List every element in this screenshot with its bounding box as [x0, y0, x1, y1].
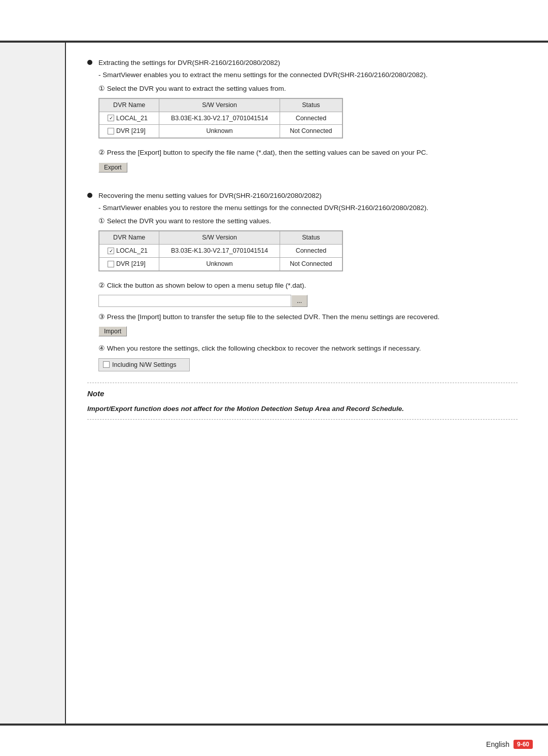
bullet-row-2: Recovering the menu setting values for D… [87, 191, 518, 201]
td-name-2-2: DVR [219] [99, 257, 159, 270]
note-divider-top [87, 383, 518, 383]
bullet-row-1: Extracting the settings for DVR(SHR-2160… [87, 58, 518, 68]
sub-text-2: - SmartViewer enables you to restore the… [98, 203, 518, 213]
th-status-2: Status [280, 231, 342, 245]
left-sidebar [0, 43, 66, 724]
th-status-1: Status [280, 98, 342, 112]
file-browse-button[interactable]: ... [291, 295, 307, 307]
dvr-table-2: DVR Name S/W Version Status ✓ LOCAL_21 [99, 231, 342, 270]
bottom-border [0, 724, 548, 726]
td-status-2-2: Not Connected [280, 257, 342, 270]
nw-checkbox[interactable] [103, 361, 110, 368]
bullet-text-1: Extracting the settings for DVR(SHR-2160… [98, 58, 518, 68]
th-dvr-name-2: DVR Name [99, 231, 159, 245]
table-row: DVR [219] Unknown Not Connected [99, 125, 342, 138]
note-title: Note [87, 388, 518, 400]
td-name-1-1: ✓ LOCAL_21 [99, 112, 159, 125]
step3-2: ③ Press the [Import] button to transfer … [98, 312, 518, 322]
checkbox-1-2[interactable] [108, 128, 114, 134]
dvr-name-1-2: DVR [219] [116, 126, 146, 136]
step2-2: ② Click the button as shown below to ope… [98, 281, 518, 291]
footer-language: English [486, 740, 509, 748]
th-sw-version-1: S/W Version [159, 98, 280, 112]
page-badge: 9-60 [513, 740, 533, 749]
td-version-2-1: B3.03E-K1.30-V2.17_0701041514 [159, 245, 280, 258]
step4-2: ④ When you restore the settings, click t… [98, 343, 518, 354]
td-status-1-2: Not Connected [280, 125, 342, 138]
note-body: Import/Export function does not affect f… [87, 404, 518, 414]
checkbox-label-2-1: ✓ LOCAL_21 [108, 246, 151, 256]
bullet-dot-2 [87, 193, 92, 198]
dvr-name-2-2: DVR [219] [116, 259, 146, 269]
checkbox-label-2-2: DVR [219] [108, 259, 151, 269]
main-content: Extracting the settings for DVR(SHR-2160… [67, 43, 538, 724]
td-name-2-1: ✓ LOCAL_21 [99, 245, 159, 258]
table-row: DVR [219] Unknown Not Connected [99, 257, 342, 270]
step1-2: ① Select the DVR you want to restore the… [98, 216, 518, 226]
nw-checkbox-box: Including N/W Settings [98, 358, 190, 372]
td-version-1-1: B3.03E-K1.30-V2.17_0701041514 [159, 112, 280, 125]
bullet-text-2: Recovering the menu setting values for D… [98, 191, 518, 201]
checkbox-label-1-2: DVR [219] [108, 126, 151, 136]
nw-checkbox-label: Including N/W Settings [112, 360, 176, 370]
dvr-name-1-1: LOCAL_21 [116, 114, 148, 123]
td-version-1-2: Unknown [159, 125, 280, 138]
export-button[interactable]: Export [98, 162, 127, 173]
step2-1: ② Press the [Export] button to specify t… [98, 148, 518, 158]
dvr-table-2-wrapper: DVR Name S/W Version Status ✓ LOCAL_21 [98, 230, 343, 271]
table-row: ✓ LOCAL_21 B3.03E-K1.30-V2.17_0701041514… [99, 112, 342, 125]
file-input-row: ... [98, 295, 518, 307]
checkbox-1-1[interactable]: ✓ [108, 115, 114, 121]
td-name-1-2: DVR [219] [99, 125, 159, 138]
td-status-1-1: Connected [280, 112, 342, 125]
nw-checkbox-row: Including N/W Settings [98, 358, 518, 372]
table-row: ✓ LOCAL_21 B3.03E-K1.30-V2.17_0701041514… [99, 245, 342, 258]
bullet-dot-1 [87, 60, 92, 65]
checkbox-label-1-1: ✓ LOCAL_21 [108, 114, 151, 123]
checkbox-2-1[interactable]: ✓ [108, 248, 114, 254]
section-recover: Recovering the menu setting values for D… [87, 191, 518, 372]
sub-text-1: - SmartViewer enables you to extract the… [98, 70, 518, 80]
checkbox-2-2[interactable] [108, 261, 114, 267]
dvr-name-2-1: LOCAL_21 [116, 246, 148, 256]
step1-1: ① Select the DVR you want to extract the… [98, 84, 518, 94]
file-path-input[interactable] [98, 295, 291, 307]
dvr-table-1-wrapper: DVR Name S/W Version Status ✓ LOCAL_21 [98, 98, 343, 139]
import-button[interactable]: Import [98, 326, 127, 336]
section-extract: Extracting the settings for DVR(SHR-2160… [87, 58, 518, 180]
dvr-table-1: DVR Name S/W Version Status ✓ LOCAL_21 [99, 98, 342, 138]
td-status-2-1: Connected [280, 245, 342, 258]
th-dvr-name-1: DVR Name [99, 98, 159, 112]
footer: English 9-60 [486, 740, 533, 749]
td-version-2-2: Unknown [159, 257, 280, 270]
th-sw-version-2: S/W Version [159, 231, 280, 245]
note-divider-bottom [87, 419, 518, 420]
